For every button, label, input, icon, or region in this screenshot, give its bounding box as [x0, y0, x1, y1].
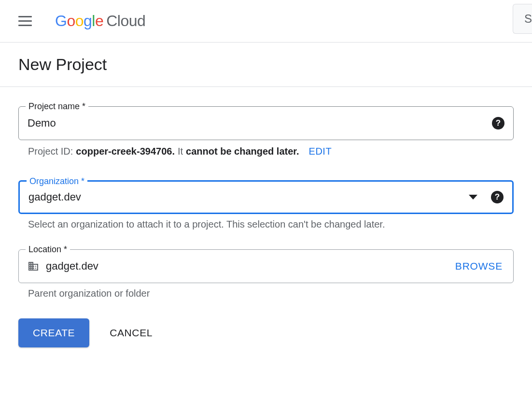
- page-title: New Project: [18, 55, 514, 74]
- help-icon[interactable]: ?: [492, 117, 504, 129]
- project-id-dot: .: [172, 146, 175, 157]
- cancel-button[interactable]: CANCEL: [110, 327, 153, 339]
- organization-label: Organization *: [27, 176, 87, 187]
- google-cloud-logo[interactable]: Google Cloud: [55, 12, 145, 30]
- location-outline: Location * gadget.dev BROWSE: [18, 249, 514, 283]
- project-name-input[interactable]: [28, 117, 492, 129]
- location-field-wrap: Location * gadget.dev BROWSE Parent orga…: [18, 249, 514, 299]
- project-id-edit-link[interactable]: EDIT: [309, 146, 332, 157]
- organization-helper: Select an organization to attach it to a…: [18, 214, 514, 230]
- project-name-outline: Project name * ?: [18, 106, 514, 140]
- project-id-line: Project ID: copper-creek-394706. It cann…: [18, 140, 514, 157]
- location-label: Location *: [26, 244, 70, 255]
- organization-outline[interactable]: Organization * gadget.dev ?: [18, 180, 514, 214]
- project-id-prefix: Project ID:: [28, 146, 73, 157]
- page-title-bar: New Project: [0, 43, 532, 87]
- project-id-cannot: cannot be changed later.: [186, 146, 299, 157]
- project-id-it: It: [178, 146, 183, 157]
- chevron-down-icon[interactable]: [469, 195, 477, 200]
- form-actions: CREATE CANCEL: [18, 318, 514, 347]
- organization-field-wrap: Organization * gadget.dev ? Select an or…: [18, 180, 514, 230]
- header-right-glyph: S: [524, 12, 532, 26]
- project-name-label: Project name *: [26, 101, 88, 112]
- project-name-field-wrap: Project name * ? Project ID: copper-cree…: [18, 106, 514, 157]
- organization-icon: [28, 260, 39, 272]
- header-right-button[interactable]: S: [513, 4, 532, 34]
- logo-cloud-text: Cloud: [106, 12, 145, 30]
- create-button[interactable]: CREATE: [18, 318, 89, 347]
- new-project-form: Project name * ? Project ID: copper-cree…: [0, 87, 532, 347]
- organization-value: gadget.dev: [28, 191, 469, 203]
- location-value: gadget.dev: [46, 260, 455, 273]
- location-helper: Parent organization or folder: [18, 283, 514, 299]
- app-header: Google Cloud S: [0, 0, 532, 43]
- project-id-value: copper-creek-394706: [76, 146, 172, 157]
- browse-button[interactable]: BROWSE: [455, 260, 503, 272]
- hamburger-menu-icon[interactable]: [18, 14, 34, 29]
- help-icon[interactable]: ?: [491, 191, 504, 203]
